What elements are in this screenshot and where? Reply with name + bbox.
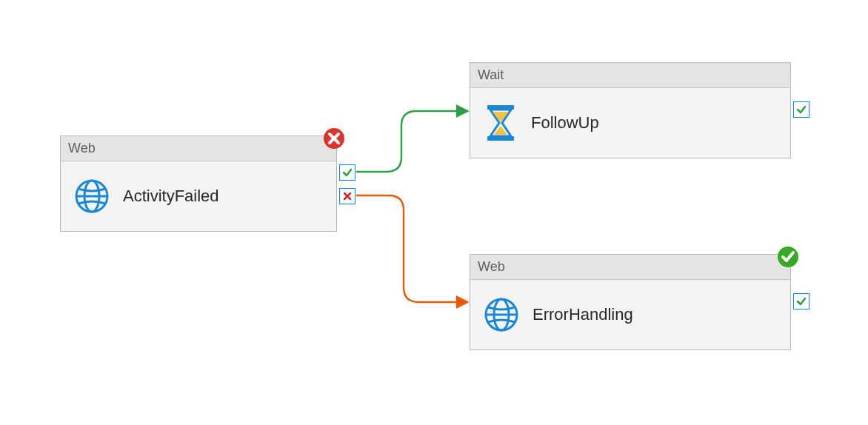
activity-type-label: Web bbox=[68, 141, 96, 156]
activity-header: Wait bbox=[470, 63, 790, 88]
port-failure[interactable] bbox=[339, 188, 355, 204]
globe-icon bbox=[74, 178, 110, 214]
activity-body: FollowUp bbox=[470, 88, 790, 158]
activity-title: ErrorHandling bbox=[533, 305, 633, 324]
activity-body: ErrorHandling bbox=[470, 280, 790, 349]
port-success[interactable] bbox=[793, 293, 809, 309]
pipeline-canvas[interactable]: Web ActivityFailed bbox=[0, 0, 868, 425]
activity-type-label: Web bbox=[478, 259, 505, 275]
activity-title: ActivityFailed bbox=[123, 187, 219, 206]
activity-title: FollowUp bbox=[531, 113, 599, 133]
port-success[interactable] bbox=[339, 164, 355, 181]
hourglass-icon bbox=[484, 104, 518, 142]
activity-errorhandling[interactable]: Web ErrorHandling bbox=[470, 254, 791, 350]
activity-body: ActivityFailed bbox=[61, 161, 336, 231]
activity-header: Web bbox=[61, 136, 336, 161]
activity-header: Web bbox=[470, 255, 790, 280]
activity-activityfailed[interactable]: Web ActivityFailed bbox=[60, 135, 337, 232]
port-success[interactable] bbox=[793, 101, 809, 118]
activity-followup[interactable]: Wait FollowUp bbox=[470, 62, 791, 158]
globe-icon bbox=[484, 297, 519, 332]
connector-failure-to-errorhandling[interactable] bbox=[356, 195, 468, 302]
connector-success-to-followup[interactable] bbox=[356, 111, 468, 172]
activity-type-label: Wait bbox=[478, 67, 504, 83]
status-failed-icon bbox=[323, 127, 345, 150]
status-success-icon bbox=[777, 246, 799, 268]
